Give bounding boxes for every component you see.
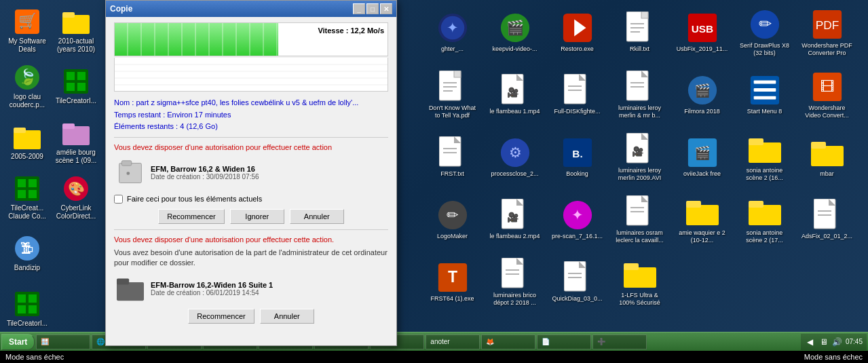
booking-app-icon: B. [561, 136, 594, 169]
taskbar-item-noter[interactable]: anoter [426, 335, 480, 349]
desktop-icon-cyberlink[interactable]: 🎨 CyberLink ColorDirect... [52, 170, 100, 225]
desktop-icon-frst64[interactable]: T FRST64 (1).exe [423, 253, 481, 311]
svg-text:B.: B. [572, 148, 582, 159]
tray-icon-network[interactable]: 🖥 [818, 337, 829, 347]
recommencer-button-2[interactable]: Recommencer [188, 309, 254, 324]
svg-rect-90 [811, 146, 844, 166]
start-button[interactable]: Start [1, 334, 35, 350]
desktop-icon-2010[interactable]: 2010-actual (years 2010) [52, 3, 100, 58]
taskbar-item-plus[interactable]: ➕ [592, 335, 647, 349]
desktop-icon-serif[interactable]: ✏ Serif DrawPlus X8 (32 bits) [736, 3, 793, 61]
desktop-icon-my-software-deals[interactable]: 🛒 My Software Deals [3, 3, 51, 58]
desktop-icon-quickdiag[interactable]: QuickDiag_03_0... [548, 253, 606, 311]
svg-rect-102 [686, 201, 701, 208]
desktop-icon-restoro[interactable]: Restoro.exe [548, 3, 606, 61]
desktop-icon-adsfix[interactable]: AdsFix_02_01_2... [798, 191, 856, 248]
auth-item1-date: Date de création : 30/09/2018 07:56 [151, 173, 259, 180]
rkill-file-icon [624, 12, 656, 44]
auth-item2-name: EFM-Barrow 16,2-Widen 16 Suite 1 [151, 281, 273, 289]
icon-label-flambeau1: le flambeau 1.mp4 [489, 108, 540, 115]
icon-label-startmenu8: Start Menu 8 [747, 108, 782, 115]
desktop-icon-frst[interactable]: FRST.txt [423, 128, 481, 186]
taskbar-item-windows[interactable]: 🪟 [36, 335, 90, 349]
amelie2-folder-icon [686, 195, 719, 228]
desktop-icon-sonia2[interactable]: sonia antoine scène 2 (17... [736, 191, 793, 248]
annuler-button-2[interactable]: Annuler [260, 309, 314, 324]
desktop-icon-mbar[interactable]: mbar [798, 128, 856, 186]
minimize-button[interactable]: _ [353, 3, 365, 14]
icon-label-sonia1: sonia antoine scène 2 (16... [738, 167, 791, 182]
annuler-button-1[interactable]: Annuler [290, 209, 344, 224]
recommencer-button-1[interactable]: Recommencer [158, 209, 225, 224]
desktop-icon-filmora[interactable]: 🎬 Filmora 2018 [673, 66, 731, 123]
svg-text:🗜: 🗜 [20, 241, 34, 256]
desktop-icon-luminaires2[interactable]: 🎥 luminaires leroy merlin 2009.AVI [611, 128, 668, 186]
desktop-icon-luminaires-brico[interactable]: luminaires brico dépot 2 2018 ... [486, 253, 544, 311]
maximize-button[interactable]: □ [366, 3, 379, 14]
desktop-icon-2005[interactable]: 2005-2009 [3, 115, 51, 169]
desktop-icon-luminaires1[interactable]: luminaires leroy merlin & mr b... [611, 66, 668, 123]
desktop-icon-startmenu8[interactable]: Start Menu 8 [736, 66, 793, 123]
svg-rect-21 [67, 72, 75, 80]
taskbar-item-ff2[interactable]: 🦊 [481, 335, 535, 349]
tilecreator2-icon [14, 290, 41, 318]
desktop-icon-wondershare-video[interactable]: 🎞 Wondershare Video Convert... [798, 66, 856, 123]
processclose-app-icon: ⚙ [499, 136, 531, 169]
svg-text:USB: USB [691, 23, 713, 35]
icon-label-filmora: Filmora 2018 [684, 108, 720, 115]
keepvid-app-icon: 🎬 [499, 12, 531, 44]
icon-label-sonia2: sonia antoine scène 2 (17... [738, 229, 791, 244]
close-button[interactable]: ✕ [380, 3, 392, 14]
name-label: Nom : [114, 98, 134, 107]
svg-rect-4 [14, 130, 41, 149]
tray-icon-sound[interactable]: 🔊 [832, 337, 843, 347]
desktop-icon-tilecreator1[interactable]: TileCreat... Claude Co... [3, 170, 51, 225]
svg-text:🎬: 🎬 [694, 83, 711, 98]
svg-text:⚙: ⚙ [508, 145, 521, 160]
desktop-icon-amelie2[interactable]: amie waquier e 2 (10-12... [673, 191, 731, 248]
desktop-icon-fulldisk[interactable]: Full-DISKfighte... [548, 66, 606, 123]
desktop-icon-tilecreator3[interactable]: TileCreatorI... [52, 59, 100, 113]
desktop-icon-logo[interactable]: 🍃 logo clau couderc.p... [3, 59, 51, 113]
desktop-icon-rkill[interactable]: Rkill.txt [611, 3, 668, 61]
desktop-icon-tilecreator2[interactable]: TileCreatorI... [3, 282, 51, 336]
desktop-icon-usbfix[interactable]: USB UsbFix_2019_11... [673, 3, 731, 61]
desktop-icon-bandizip[interactable]: 🗜 Bandizip [3, 226, 51, 280]
desktop-icon-luminaires3[interactable]: luminaires osram leclerc la cavaill... [611, 191, 668, 248]
svg-rect-9 [18, 190, 26, 198]
icon-label-serif: Serif DrawPlus X8 (32 bits) [738, 42, 791, 57]
icon-label-my-software-deals: My Software Deals [6, 37, 48, 54]
leaf-icon: 🍃 [14, 64, 41, 91]
desktop-icon-flambeau1[interactable]: 🎥 le flambeau 1.mp4 [486, 66, 544, 123]
desktop-icon-prescan[interactable]: ✦ pre-scan_7_16.1... [548, 191, 606, 248]
auth-section-2: Vous devez disposer d'une autorisation p… [114, 229, 388, 303]
desktop-icon-flambeau2[interactable]: 🎥 le flambeau 2.mp4 [486, 191, 544, 248]
desktop-icon-sonia1[interactable]: sonia antoine scène 2 (16... [736, 128, 793, 186]
ignorer-button[interactable]: Ignorer [230, 209, 284, 224]
desktop-icon-lfs[interactable]: 1-LFS Ultra & 100% Sécurisé [611, 253, 668, 311]
luminaires3-file-icon [624, 195, 656, 228]
desktop: 🛒 My Software Deals 🍃 logo clau couderc.… [0, 0, 868, 363]
desktop-icon-amelie[interactable]: amélie bourg scène 1 (09... [52, 115, 100, 169]
progress-bar-fill [115, 23, 278, 56]
desktop-icons-right: ✦ ghter_... 🎬 keepvid-video-... Restor [420, 0, 868, 346]
desktop-icon-star[interactable]: ✦ ghter_... [423, 3, 481, 61]
desktop-icon-dont-know[interactable]: Don't Know What to Tell Ya.pdf [423, 66, 481, 123]
taskbar-item-doc[interactable]: 📄 [537, 335, 591, 349]
desktop-icon-booking[interactable]: B. Booking [548, 128, 606, 186]
icon-label-tilecreator3: TileCreatorI... [56, 97, 96, 105]
desktop-icon-wondershare-pdf[interactable]: PDF Wondershare PDF Converter Pro [798, 3, 856, 61]
auth-header-1: Vous devez disposer d'une autorisation p… [114, 143, 388, 151]
svg-text:PDF: PDF [815, 18, 839, 31]
progress-bar-container: Vitesse : 12,2 Mo/s [114, 22, 388, 56]
folder-icon-auth2 [117, 277, 144, 301]
apply-all-checkbox[interactable] [114, 195, 123, 204]
auth-item-1: EFM, Barrow 16,2 & Widen 16 Date de créa… [114, 157, 388, 189]
mode-bar-right: Mode sans échec [804, 353, 863, 361]
desktop-icon-moviejack[interactable]: 🎬 oviieJack free [673, 128, 731, 186]
desktop-icon-processclose[interactable]: ⚙ processclose_2... [486, 128, 544, 186]
svg-rect-18 [62, 15, 90, 34]
desktop-icon-keepvid[interactable]: 🎬 keepvid-video-... [486, 3, 544, 61]
tray-icon-arrow[interactable]: ◀ [805, 337, 816, 347]
desktop-icon-logomaker[interactable]: ✏ LogoMaker [423, 191, 481, 248]
